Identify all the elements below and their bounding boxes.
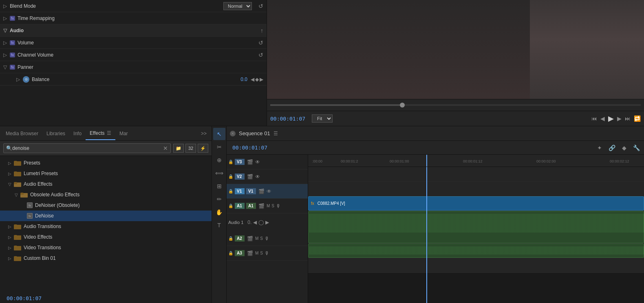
- a3-film[interactable]: 🎬: [246, 250, 254, 257]
- presets-expand[interactable]: ▷: [8, 161, 14, 165]
- a3-mic[interactable]: 🎙: [265, 250, 269, 256]
- v1-lock[interactable]: 🔒: [228, 189, 233, 193]
- a1-lock[interactable]: 🔒: [228, 204, 233, 208]
- v2-label-btn[interactable]: V2: [235, 173, 245, 180]
- v3-visibility[interactable]: 👁: [255, 159, 260, 165]
- tool-pen[interactable]: ✏: [213, 193, 225, 205]
- balance-next[interactable]: ▶: [260, 77, 263, 82]
- a1-vol-knob[interactable]: 0.: [247, 220, 251, 225]
- a1-solo[interactable]: S: [271, 204, 274, 208]
- channel-volume-expand[interactable]: ▷: [3, 52, 8, 58]
- tab-info[interactable]: Info: [69, 127, 86, 140]
- a1-mute[interactable]: M: [267, 204, 270, 208]
- audio-reset[interactable]: ↑: [260, 27, 263, 34]
- obsolete-expand[interactable]: ▽: [15, 193, 20, 197]
- a2-solo[interactable]: S: [260, 236, 263, 241]
- tool-razor[interactable]: ⟺: [213, 167, 225, 179]
- time-remapping-expand[interactable]: ▷: [3, 15, 8, 21]
- a2-lock[interactable]: 🔒: [228, 236, 233, 241]
- transport-step-fwd[interactable]: ⏭: [625, 115, 631, 122]
- tree-item-video-effects[interactable]: ▷ Video Effects: [0, 232, 212, 242]
- v2-film[interactable]: 🎬: [246, 173, 254, 180]
- tl-linked-select[interactable]: 🔗: [607, 143, 617, 153]
- panner-expand[interactable]: ▽: [3, 64, 8, 70]
- audio-effects-expand[interactable]: ▽: [8, 182, 14, 187]
- tree-item-denoiser-obsolete[interactable]: fx DeNoiser (Obsolete): [0, 200, 212, 211]
- audio-clip-a1[interactable]: [308, 211, 644, 243]
- search-input[interactable]: [12, 145, 163, 151]
- a3-lock[interactable]: 🔒: [228, 251, 233, 255]
- tab-effects[interactable]: Effects ☰: [86, 127, 115, 140]
- preview-progress-bar[interactable]: [270, 104, 641, 106]
- tool-hand[interactable]: ✋: [213, 206, 225, 218]
- v1-visibility[interactable]: 👁: [267, 189, 271, 194]
- tl-wrench[interactable]: 🔧: [631, 143, 642, 153]
- v2-visibility[interactable]: 👁: [255, 174, 260, 180]
- transport-step-back[interactable]: ⏮: [591, 115, 597, 122]
- new-bin-button[interactable]: 📁: [173, 144, 184, 153]
- channel-volume-reset[interactable]: ↺: [258, 52, 263, 58]
- blend-mode-reset[interactable]: ↺: [258, 3, 263, 9]
- a1-mic[interactable]: 🎙: [276, 203, 281, 209]
- audio-clip-a2[interactable]: [308, 244, 644, 258]
- a1-vol-right[interactable]: ▶: [265, 220, 269, 225]
- tree-item-audio-effects[interactable]: ▽ Audio Effects: [0, 179, 212, 189]
- v3-label-btn[interactable]: V3: [235, 159, 245, 165]
- balance-keyframe[interactable]: ◆: [255, 77, 259, 82]
- v1-label-btn[interactable]: V1: [246, 188, 256, 194]
- blend-mode-expand[interactable]: ▷: [3, 3, 8, 9]
- effects-menu-icon[interactable]: ☰: [107, 130, 111, 136]
- tl-add-marker[interactable]: ◆: [619, 143, 629, 153]
- tab-markers[interactable]: Mar: [115, 127, 132, 140]
- preview-playhead[interactable]: [400, 103, 405, 108]
- tree-item-audio-transitions[interactable]: ▷ Audio Transitions: [0, 221, 212, 232]
- a2-label-btn[interactable]: A2: [235, 235, 245, 242]
- video-clip-v1[interactable]: fx C0882.MP4 [V]: [308, 196, 644, 211]
- tree-item-denoise[interactable]: fx DeNoise: [0, 211, 212, 221]
- loop-button[interactable]: 🔁: [634, 115, 641, 122]
- blend-mode-select[interactable]: Normal: [223, 2, 252, 10]
- timeline-timecode[interactable]: 00:00:01:07: [232, 145, 267, 151]
- video-effects-expand[interactable]: ▷: [8, 235, 14, 239]
- tree-item-lumetri[interactable]: ▷ Lumetri Presets: [0, 168, 212, 179]
- tab-overflow[interactable]: >>: [198, 129, 210, 138]
- tool-selection[interactable]: ↖: [213, 128, 225, 140]
- a1-target-btn[interactable]: A1: [235, 203, 245, 209]
- a3-solo[interactable]: S: [260, 251, 263, 255]
- transport-next-frame[interactable]: ▶: [617, 115, 622, 122]
- tool-slip[interactable]: ⊞: [213, 180, 225, 192]
- tool-trim[interactable]: ✂: [213, 141, 225, 153]
- balance-expand[interactable]: ▷: [16, 77, 21, 82]
- 32bit-toggle[interactable]: 32: [185, 144, 196, 153]
- search-clear-btn[interactable]: ✕: [163, 145, 168, 152]
- balance-prev[interactable]: ◀: [251, 77, 254, 82]
- v1-target-btn[interactable]: V1: [235, 188, 245, 194]
- lumetri-expand[interactable]: ▷: [8, 171, 14, 176]
- volume-reset[interactable]: ↺: [258, 40, 263, 46]
- tl-snap[interactable]: ✦: [594, 143, 605, 153]
- video-transitions-expand[interactable]: ▷: [8, 246, 14, 250]
- tree-item-video-transitions[interactable]: ▷ Video Transitions: [0, 242, 212, 253]
- sequence-menu-icon[interactable]: ☰: [273, 131, 278, 136]
- a3-label-btn[interactable]: A3: [235, 250, 245, 256]
- audio-expand[interactable]: ▽: [3, 28, 8, 33]
- transport-prev-frame[interactable]: ◀: [600, 115, 605, 122]
- a1-label-btn[interactable]: A1: [246, 203, 256, 209]
- v3-lock[interactable]: 🔒: [228, 160, 233, 164]
- a1-vol-left[interactable]: ◀: [253, 220, 257, 225]
- a1-vol-center[interactable]: ◯: [258, 220, 264, 225]
- sequence-close[interactable]: ✕: [230, 131, 236, 136]
- a3-mute[interactable]: M: [255, 251, 258, 255]
- a2-mute[interactable]: M: [255, 236, 258, 241]
- tool-ripple[interactable]: ⊕: [213, 154, 225, 166]
- a2-mic[interactable]: 🎙: [265, 236, 269, 242]
- audio-transitions-expand[interactable]: ▷: [8, 224, 14, 229]
- tool-text[interactable]: T: [213, 219, 225, 231]
- v3-film[interactable]: 🎬: [246, 158, 254, 166]
- transport-play[interactable]: ▶: [608, 114, 614, 123]
- tree-item-presets[interactable]: ▷ Presets: [0, 158, 212, 168]
- a1-film[interactable]: 🎬: [258, 202, 265, 210]
- v1-film[interactable]: 🎬: [258, 188, 265, 195]
- tree-item-obsolete[interactable]: ▽ Obsolete Audio Effects: [0, 189, 212, 200]
- tree-item-custom-bin[interactable]: ▷ Custom Bin 01: [0, 253, 212, 263]
